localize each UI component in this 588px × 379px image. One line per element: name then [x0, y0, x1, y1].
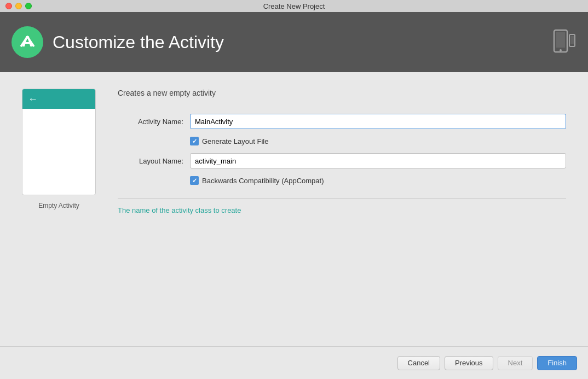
finish-button[interactable]: Finish — [537, 356, 577, 370]
traffic-lights — [5, 3, 32, 9]
backwards-compat-checkbox[interactable] — [190, 176, 199, 185]
left-panel: ← Empty Activity — [22, 89, 96, 330]
phone-preview: ← — [22, 89, 96, 195]
minimize-button[interactable] — [15, 3, 22, 9]
form-section: Activity Name: Generate Layout File Layo… — [118, 114, 566, 185]
page-title: Customize the Activity — [53, 32, 224, 53]
generate-layout-row: Generate Layout File — [190, 137, 566, 145]
svg-rect-3 — [556, 32, 565, 48]
generate-layout-checkbox[interactable] — [190, 137, 199, 145]
hint-text: The name of the activity class to create — [118, 206, 566, 214]
activity-name-label: Activity Name: — [118, 118, 183, 126]
device-icon — [551, 29, 577, 55]
svg-rect-6 — [570, 36, 574, 44]
backwards-compat-row: Backwards Compatibility (AppCompat) — [190, 176, 566, 185]
main-content: ← Empty Activity Creates a new empty act… — [0, 72, 588, 346]
layout-name-label: Layout Name: — [118, 157, 183, 165]
activity-name-row: Activity Name: — [118, 114, 566, 129]
preview-topbar: ← — [22, 89, 95, 109]
divider — [118, 198, 566, 199]
close-button[interactable] — [5, 3, 12, 9]
title-bar: Create New Project — [0, 0, 588, 12]
cancel-button[interactable]: Cancel — [397, 356, 440, 370]
svg-point-4 — [560, 49, 562, 51]
footer: Cancel Previous Next Finish — [0, 346, 588, 379]
generate-layout-label: Generate Layout File — [202, 137, 268, 145]
previous-button[interactable]: Previous — [445, 356, 493, 370]
layout-name-input[interactable] — [190, 153, 566, 168]
activity-name-input[interactable] — [190, 114, 566, 129]
header: A Customize the Activity — [0, 12, 588, 72]
backwards-compat-label: Backwards Compatibility (AppCompat) — [202, 177, 324, 185]
back-arrow-icon: ← — [28, 94, 38, 104]
maximize-button[interactable] — [25, 3, 32, 9]
preview-label: Empty Activity — [38, 202, 79, 209]
next-button[interactable]: Next — [498, 356, 533, 370]
window-title: Create New Project — [263, 2, 325, 10]
form-description: Creates a new empty activity — [118, 89, 566, 97]
android-studio-icon: A — [11, 26, 44, 59]
layout-name-row: Layout Name: — [118, 153, 566, 168]
right-panel: Creates a new empty activity Activity Na… — [118, 89, 566, 330]
